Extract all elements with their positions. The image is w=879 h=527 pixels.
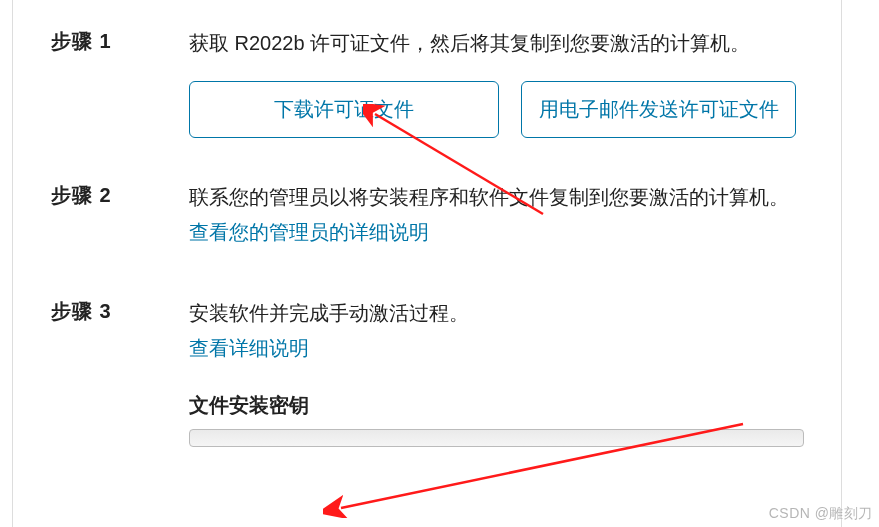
step-2-body: 联系您的管理员以将安装程序和软件文件复制到您要激活的计算机。 查看您的管理员的详… (189, 182, 803, 248)
step-3-row: 步骤 3 安装软件并完成手动激活过程。 查看详细说明 文件安装密钥 (51, 298, 803, 447)
step-1-desc: 获取 R2022b 许可证文件，然后将其复制到您要激活的计算机。 (189, 28, 803, 59)
download-license-button[interactable]: 下载许可证文件 (189, 81, 499, 138)
step-2-row: 步骤 2 联系您的管理员以将安装程序和软件文件复制到您要激活的计算机。 查看您的… (51, 182, 803, 248)
step-2-desc: 联系您的管理员以将安装程序和软件文件复制到您要激活的计算机。 (189, 182, 803, 213)
file-install-key-input[interactable] (189, 429, 804, 447)
watermark: CSDN @雕刻刀 (769, 505, 873, 523)
step-1-row: 步骤 1 获取 R2022b 许可证文件，然后将其复制到您要激活的计算机。 下载… (51, 28, 803, 138)
step-3-details-link[interactable]: 查看详细说明 (189, 333, 309, 364)
step-1-label: 步骤 1 (51, 28, 189, 138)
admin-details-link[interactable]: 查看您的管理员的详细说明 (189, 217, 429, 248)
email-license-button[interactable]: 用电子邮件发送许可证文件 (521, 81, 796, 138)
step-1-body: 获取 R2022b 许可证文件，然后将其复制到您要激活的计算机。 下载许可证文件… (189, 28, 803, 138)
step-3-label: 步骤 3 (51, 298, 189, 447)
step-3-body: 安装软件并完成手动激活过程。 查看详细说明 文件安装密钥 (189, 298, 804, 447)
file-install-key-header: 文件安装密钥 (189, 390, 804, 421)
step-1-buttons: 下载许可证文件 用电子邮件发送许可证文件 (189, 81, 803, 138)
step-2-label: 步骤 2 (51, 182, 189, 248)
step-3-desc: 安装软件并完成手动激活过程。 (189, 298, 804, 329)
